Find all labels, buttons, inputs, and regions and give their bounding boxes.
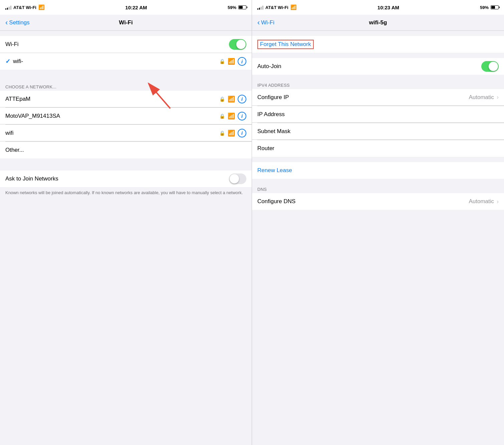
list-item[interactable]: ATTEpaM 🔒 📶 i — [0, 91, 252, 107]
ask-join-toggle[interactable] — [229, 173, 246, 184]
wifi-icon: 📶 — [228, 112, 235, 120]
wifi-toggle-row: Wi-Fi — [0, 36, 252, 53]
lock-icon: 🔒 — [219, 96, 225, 102]
list-item-other[interactable]: Other... — [0, 142, 252, 158]
network-name: Other... — [5, 147, 246, 153]
sep-after-forget — [252, 53, 504, 58]
back-label: Wi-Fi — [261, 19, 274, 26]
info-button[interactable]: i — [238, 95, 246, 103]
section-sep1 — [0, 70, 252, 82]
info-icon: i — [241, 113, 243, 119]
signal-icon — [257, 5, 263, 10]
wifi-toggle-group: Wi-Fi — [0, 36, 252, 53]
battery-pct: 59% — [480, 5, 489, 10]
toggle-knob — [236, 40, 246, 49]
forget-network-group: Forget This Network — [252, 36, 504, 53]
router-label: Router — [257, 145, 499, 152]
lock-icon: 🔒 — [219, 130, 225, 136]
footer-note: Known networks will be joined automatica… — [0, 187, 252, 198]
section-sep2 — [0, 158, 252, 170]
dns-group: Configure DNS Automatic › — [252, 193, 504, 210]
wifi-icon: 📶 — [228, 129, 235, 137]
ip-address-label: IP Address — [257, 111, 499, 118]
toggle-knob — [230, 174, 239, 183]
forget-network-row[interactable]: Forget This Network — [252, 36, 504, 53]
renew-lease-row[interactable]: Renew Lease — [252, 162, 504, 179]
top-sep — [252, 31, 504, 36]
network-name: ATTEpaM — [5, 96, 219, 102]
back-button[interactable]: ‹ Settings — [5, 19, 30, 26]
sep2 — [252, 157, 504, 162]
list-item[interactable]: MotoVAP_M91413SA 🔒 📶 i — [0, 108, 252, 124]
connected-network-row[interactable]: ✓ wifi- 🔒 📶 i — [0, 53, 252, 70]
carrier-label: AT&T Wi-Fi — [265, 5, 288, 10]
ipv4-header: IPV4 ADDRESS — [252, 80, 504, 89]
subnet-mask-row: Subnet Mask — [252, 123, 504, 140]
toggle-knob — [489, 62, 498, 71]
wifi-label: Wi-Fi — [5, 41, 229, 48]
network-name: wifi — [5, 130, 219, 136]
wifi-status-icon: 📶 — [38, 4, 45, 10]
carrier-label: AT&T Wi-Fi — [13, 5, 36, 10]
info-icon: i — [241, 130, 243, 136]
nav-bar-right: ‹ Wi-Fi wifi-5g — [252, 15, 504, 31]
ipv4-group: Configure IP Automatic › IP Address Subn… — [252, 89, 504, 157]
nav-bar-left: ‹ Settings Wi-Fi — [0, 15, 252, 31]
status-bar-left: AT&T Wi-Fi 📶 10:22 AM 59% — [0, 0, 252, 15]
back-label: Settings — [9, 19, 29, 26]
wifi-status-icon: 📶 — [290, 4, 297, 10]
battery-icon — [491, 5, 499, 9]
configure-ip-row[interactable]: Configure IP Automatic › — [252, 89, 504, 106]
wifi-signal-icon: 📶 — [228, 58, 235, 65]
lock-icon: 🔒 — [219, 59, 225, 64]
chevron-left-icon: ‹ — [5, 19, 8, 26]
info-button[interactable]: i — [238, 57, 246, 66]
info-button[interactable]: i — [238, 112, 246, 120]
connected-network-name: wifi- — [13, 58, 219, 65]
sep3 — [252, 179, 504, 184]
back-button[interactable]: ‹ Wi-Fi — [257, 19, 274, 26]
choose-network-header: CHOOSE A NETWORK... — [0, 82, 252, 91]
forget-network-button[interactable]: Forget This Network — [257, 40, 314, 49]
info-icon: i — [241, 59, 243, 64]
network-row-actions: 🔒 📶 i — [219, 95, 246, 103]
right-panel: AT&T Wi-Fi 📶 10:23 AM 59% ‹ Wi-Fi wifi-5… — [252, 0, 504, 445]
network-row-actions: 🔒 📶 i — [219, 112, 246, 120]
network-actions: 🔒 📶 i — [219, 57, 246, 66]
network-name: MotoVAP_M91413SA — [5, 113, 219, 119]
auto-join-row: Auto-Join — [252, 58, 504, 75]
time-label: 10:23 AM — [377, 5, 399, 10]
connected-network-group: ✓ wifi- 🔒 📶 i — [0, 53, 252, 70]
list-item[interactable]: wifi 🔒 📶 i — [0, 125, 252, 141]
status-left: AT&T Wi-Fi 📶 — [257, 4, 297, 10]
subnet-mask-label: Subnet Mask — [257, 128, 499, 135]
auto-join-label: Auto-Join — [257, 63, 481, 70]
status-right: 59% — [480, 5, 499, 10]
ask-join-row: Ask to Join Networks — [0, 170, 252, 187]
nav-title: Wi-Fi — [119, 19, 133, 26]
nav-title: wifi-5g — [369, 19, 387, 26]
chevron-right-icon: › — [497, 198, 499, 205]
lock-icon: 🔒 — [219, 113, 225, 119]
chevron-left-icon: ‹ — [257, 19, 260, 26]
auto-join-group: Auto-Join — [252, 58, 504, 75]
auto-join-toggle[interactable] — [481, 61, 499, 72]
status-right: 59% — [228, 5, 246, 10]
wifi-icon: 📶 — [228, 95, 235, 103]
left-panel: AT&T Wi-Fi 📶 10:22 AM 59% ‹ Settings Wi-… — [0, 0, 252, 445]
info-button[interactable]: i — [238, 129, 246, 137]
wifi-toggle[interactable] — [229, 39, 246, 50]
ask-join-label: Ask to Join Networks — [5, 175, 229, 182]
signal-icon — [5, 5, 11, 10]
router-row: Router — [252, 140, 504, 157]
configure-dns-row[interactable]: Configure DNS Automatic › — [252, 193, 504, 210]
chevron-right-icon: › — [497, 94, 499, 101]
configure-dns-label: Configure DNS — [257, 198, 469, 205]
sep1 — [252, 75, 504, 80]
status-left: AT&T Wi-Fi 📶 — [5, 4, 45, 10]
top-sep — [0, 31, 252, 36]
sep4 — [252, 210, 504, 215]
status-bar-right: AT&T Wi-Fi 📶 10:23 AM 59% — [252, 0, 504, 15]
renew-lease-button[interactable]: Renew Lease — [257, 167, 292, 174]
configure-ip-value: Automatic — [469, 94, 494, 101]
